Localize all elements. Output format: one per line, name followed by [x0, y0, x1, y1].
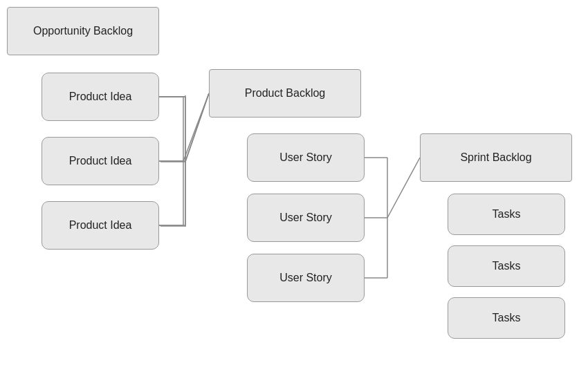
opp-backlog-label: Opportunity Backlog — [33, 25, 133, 37]
product-backlog-label: Product Backlog — [245, 87, 326, 100]
tasks-1-label: Tasks — [493, 208, 521, 221]
sprint-backlog-label: Sprint Backlog — [460, 151, 531, 164]
product-idea-1-label: Product Idea — [69, 91, 132, 103]
user-story-3-label: User Story — [279, 272, 332, 284]
user-story-1-label: User Story — [279, 151, 332, 164]
tasks-2: Tasks — [448, 245, 565, 287]
product-idea-2: Product Idea — [42, 137, 159, 185]
svg-line-9 — [185, 93, 209, 162]
user-story-2: User Story — [247, 194, 365, 242]
sprint-backlog: Sprint Backlog — [420, 133, 572, 182]
tasks-1: Tasks — [448, 194, 565, 235]
product-idea-3-label: Product Idea — [69, 219, 132, 232]
tasks-3-label: Tasks — [493, 312, 521, 324]
tasks-3: Tasks — [448, 297, 565, 339]
svg-line-19 — [387, 158, 420, 218]
product-idea-2-label: Product Idea — [69, 155, 132, 167]
user-story-2-label: User Story — [279, 212, 332, 224]
user-story-3: User Story — [247, 254, 365, 302]
opp-backlog: Opportunity Backlog — [7, 7, 159, 55]
product-backlog: Product Backlog — [209, 69, 361, 118]
tasks-2-label: Tasks — [493, 260, 521, 272]
diagram: Opportunity BacklogProduct IdeaProduct I… — [0, 0, 588, 365]
product-idea-1: Product Idea — [42, 73, 159, 121]
svg-line-14 — [185, 93, 209, 161]
svg-line-4 — [183, 93, 209, 161]
user-story-1: User Story — [247, 133, 365, 182]
product-idea-3: Product Idea — [42, 201, 159, 250]
